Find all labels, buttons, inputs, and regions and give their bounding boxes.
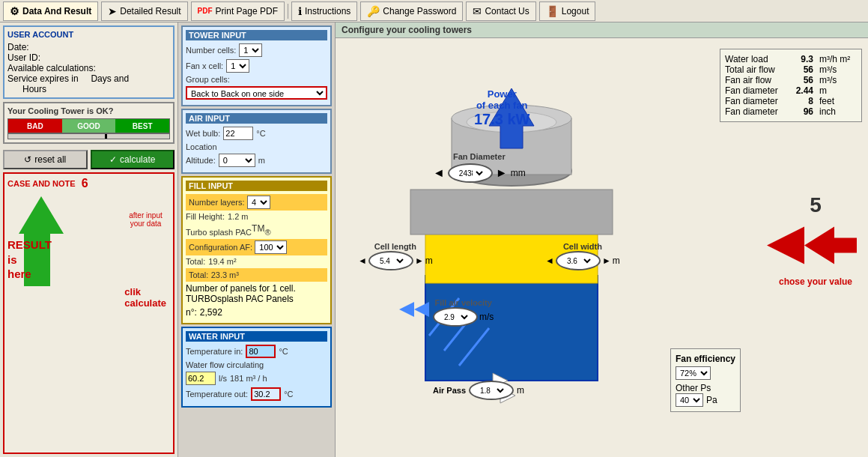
fill-velocity-select[interactable]: 2.9 xyxy=(440,310,470,324)
tower-input-section: TOWER INPUT Number cells: 1234 Fan x cel… xyxy=(181,25,332,106)
flow-ls-input[interactable] xyxy=(186,372,216,385)
number-cells-row: Number cells: 1234 xyxy=(186,43,327,57)
fill-input-title: FILL INPUT xyxy=(186,181,327,191)
pdf-icon: PDF xyxy=(198,7,213,15)
status-good: GOOD xyxy=(62,119,116,133)
fill-input-section: FILL INPUT Number layers: 42356 Fill Hei… xyxy=(181,176,332,324)
status-indicator xyxy=(7,133,170,139)
nav-data-result[interactable]: ⚙ Data And Result xyxy=(3,1,98,21)
location-row: Location xyxy=(186,142,327,151)
fan-efficiency-select[interactable]: 72%60%80% xyxy=(676,366,711,380)
air-pass-select[interactable]: 1.8 xyxy=(476,384,506,397)
reset-icon: ↺ xyxy=(24,154,31,165)
left-panel: USER ACCOUNT Date: User ID: Available ca… xyxy=(0,22,178,457)
stats-row-3: Fan diameter 2.44 m xyxy=(725,85,857,96)
cell-length-select[interactable]: 5.4 xyxy=(376,254,406,267)
temp-out-label: Temperature out: xyxy=(186,390,248,399)
cell-width-oval: 3.6 xyxy=(556,251,601,270)
total-vol-label: Total: xyxy=(189,270,208,279)
total-area-label: Total: xyxy=(186,257,205,266)
red-arrow-svg xyxy=(767,223,864,268)
fan-right-arrow: ► xyxy=(496,166,508,180)
calculate-button[interactable]: ✓ calculate xyxy=(91,150,175,169)
nav-logout[interactable]: 🚪 Logout xyxy=(539,1,596,21)
panels-label: Number of panels for 1 cell. TURBOsplash… xyxy=(186,283,327,304)
temp-in-input[interactable] xyxy=(246,345,276,358)
temp-out-unit: °C xyxy=(284,390,293,399)
air-pass-unit: m xyxy=(517,385,524,396)
key-icon: 🔑 xyxy=(367,5,380,17)
cooling-status-box: Your Cooling Tower is OK? BAD GOOD BEST xyxy=(3,102,174,144)
temp-out-input[interactable] xyxy=(251,387,281,401)
mail-icon: ✉ xyxy=(473,5,482,17)
fan-diameter-container: Fan Diameter ◄ 2438 ► mm xyxy=(433,152,526,183)
cell-width-unit: m xyxy=(613,255,620,266)
air-pass-container: Air Pass 1.8 m xyxy=(433,381,524,400)
fill-velocity-oval: 2.9 xyxy=(433,307,478,327)
case-note-box: CASE AND NOTE 6 RESULT is here after inp xyxy=(3,172,174,454)
power-label: Power of each fan 17.3 kW xyxy=(474,88,529,128)
wet-bulb-input[interactable] xyxy=(223,127,253,140)
date-row: Date: xyxy=(7,42,170,52)
stats-row-0: Water load 9.3 m³/h m² xyxy=(725,54,857,64)
location-label: Location xyxy=(186,142,217,151)
number-layers-label: Number layers: xyxy=(189,198,245,207)
group-cells-select[interactable]: Back to Back on one side Side by Side Si… xyxy=(186,86,327,100)
nav-contact-us[interactable]: ✉ Contact Us xyxy=(466,1,535,21)
separator xyxy=(288,4,288,19)
cooling-status-title: Your Cooling Tower is OK? xyxy=(7,106,170,115)
fan-x-cell-select[interactable]: 12 xyxy=(226,59,249,73)
svg-marker-7 xyxy=(414,302,429,317)
wet-bulb-label: Wet bulb: xyxy=(186,129,220,138)
config-af-label: Configuration AF: xyxy=(189,243,252,252)
top-navigation: ⚙ Data And Result ➤ Detailed Result PDF … xyxy=(0,0,868,22)
flow-row: l/s 181 m³ / h xyxy=(186,372,327,385)
nav-detailed-result[interactable]: ➤ Detailed Result xyxy=(101,1,187,21)
cell-width-select[interactable]: 3.6 xyxy=(563,254,593,267)
svg-marker-15 xyxy=(804,227,857,264)
svg-marker-8 xyxy=(399,302,414,317)
reset-button[interactable]: ↺ reset all xyxy=(3,150,88,169)
total-vol-value: 23.3 m³ xyxy=(211,270,239,279)
air-pass-oval: 1.8 xyxy=(469,381,514,400)
wet-bulb-unit: °C xyxy=(256,129,265,138)
fan-diameter-label: Fan Diameter xyxy=(433,152,526,161)
cell-width-container: Cell width ◄ 3.6 ► m xyxy=(545,242,620,270)
nav-change-password[interactable]: 🔑 Change Password xyxy=(360,1,463,21)
panels-row: Number of panels for 1 cell. TURBOsplash… xyxy=(186,283,327,318)
temp-out-row: Temperature out: °C xyxy=(186,387,327,401)
status-best: BEST xyxy=(115,119,169,133)
fan-diameter-unit: mm xyxy=(511,168,526,178)
case-note-title: CASE AND NOTE xyxy=(7,179,76,188)
after-input-text: after input your data xyxy=(121,211,170,228)
fan-x-cell-label: Fan x cell: xyxy=(186,61,223,70)
flow-ls-unit: l/s xyxy=(219,374,227,383)
number-layers-select[interactable]: 42356 xyxy=(247,196,270,209)
cell-length-label: Cell length xyxy=(358,242,433,251)
red-arrow-shape xyxy=(767,223,864,270)
fill-velocity-unit: m/s xyxy=(479,312,494,322)
altitude-select[interactable]: 05001000 xyxy=(219,154,255,167)
info-icon: ℹ xyxy=(298,5,302,17)
group-cells-select-row: Back to Back on one side Side by Side Si… xyxy=(186,86,327,100)
fan-diameter-control: ◄ 2438 ► mm xyxy=(433,163,526,183)
fill-height-value: 1.2 m xyxy=(228,212,249,221)
nav-print-pdf[interactable]: PDF Print Page PDF xyxy=(191,1,285,21)
cell-length-control: ◄ 5.4 ► m xyxy=(358,251,433,270)
other-ps-select[interactable]: 402060 xyxy=(676,393,703,407)
total-area-row: Total: 19.4 m² xyxy=(186,257,327,266)
other-ps-label: Other Ps xyxy=(676,383,711,393)
status-bad: BAD xyxy=(8,119,62,133)
fan-diameter-select[interactable]: 2438 xyxy=(455,166,485,180)
config-af-select[interactable]: 1005075 xyxy=(255,240,287,254)
fan-efficiency-row: 72%60%80% xyxy=(676,366,735,380)
cell-length-left-arrow: ◄ xyxy=(358,255,367,266)
altitude-row: Altitude: 05001000 m xyxy=(186,154,327,167)
number-cells-select[interactable]: 1234 xyxy=(239,43,262,57)
nav-instructions[interactable]: ℹ Instructions xyxy=(291,1,357,21)
flow-m3h-value: 181 m³ / h xyxy=(230,374,267,383)
number-cells-label: Number cells: xyxy=(186,46,236,55)
turbo-label: Turbo splash PACTM® xyxy=(186,223,270,237)
right-panel: Configure your cooling towers Water load… xyxy=(336,22,868,457)
cell-length-oval: 5.4 xyxy=(368,251,413,270)
